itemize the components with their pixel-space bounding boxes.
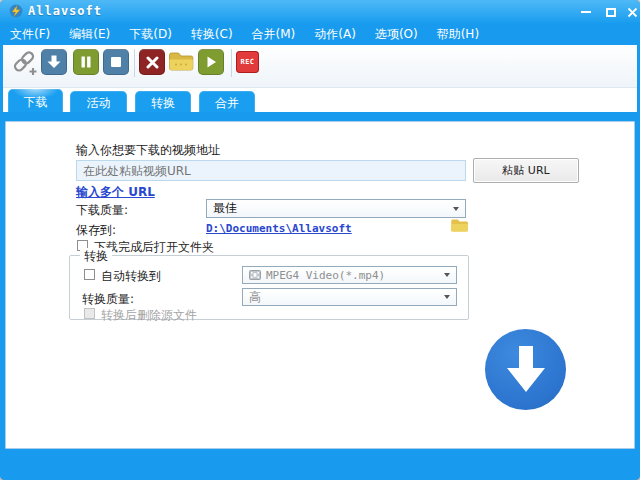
menu-help[interactable]: 帮助(H) (437, 26, 479, 43)
open-folder-checkbox-label: 下载完成后打开文件夹 (94, 239, 214, 256)
menu-options[interactable]: 选项(O) (375, 26, 418, 43)
menu-merge[interactable]: 合并(M) (252, 26, 296, 43)
pause-icon (79, 55, 93, 69)
stop-icon (109, 55, 123, 69)
download-quality-select[interactable]: 最佳 (206, 199, 466, 218)
convert-quality-select[interactable]: 高 (242, 288, 457, 306)
convert-quality-label: 转换质量: (82, 291, 134, 308)
maximize-icon[interactable] (603, 5, 619, 19)
url-input[interactable] (76, 160, 466, 181)
convert-format-value: MPEG4 Video(*.mp4) (266, 269, 385, 282)
delete-source-checkbox (84, 308, 95, 319)
tab-strip: 下载 活动 转换 合并 (3, 88, 637, 112)
url-entry-label: 输入你想要下载的视频地址 (76, 142, 220, 159)
chevron-down-icon (453, 207, 459, 211)
toolbar: REC (3, 45, 637, 88)
chain-link-icon[interactable] (10, 49, 38, 77)
convert-format-select[interactable]: MPEG4 Video(*.mp4) (242, 266, 457, 284)
convert-groupbox: 转换 自动转换到 MPEG4 Video(*.mp4) 转换质量: 高 转换后删 (69, 255, 469, 320)
save-path-link[interactable]: D:\Documents\Allavsoft (206, 222, 352, 235)
menu-download[interactable]: 下载(D) (129, 26, 172, 43)
delete-button[interactable] (139, 49, 165, 75)
stop-button[interactable] (103, 49, 129, 75)
paste-url-button[interactable]: 粘贴 URL (473, 158, 579, 183)
download-quality-value: 最佳 (213, 200, 237, 217)
play-button[interactable] (198, 49, 224, 75)
tab-label: 转换 (151, 95, 175, 112)
big-download-icon (485, 329, 566, 410)
auto-convert-checkbox[interactable] (84, 269, 95, 280)
window-title: Allavsoft (28, 4, 102, 18)
convert-group-title: 转换 (80, 248, 112, 265)
menu-action[interactable]: 动作(A) (314, 26, 356, 43)
minimize-icon[interactable] (578, 5, 594, 19)
rec-badge: REC (241, 58, 255, 66)
browse-folder-icon[interactable] (450, 218, 469, 233)
multiple-url-link[interactable]: 输入多个 URL (76, 184, 155, 201)
titlebar: Allavsoft (0, 0, 640, 23)
menu-file[interactable]: 文件(F) (10, 26, 50, 43)
menu-convert[interactable]: 转换(C) (191, 26, 233, 43)
save-to-label: 保存到: (76, 222, 116, 239)
chevron-down-icon (444, 295, 450, 299)
toolbar-separator (231, 49, 232, 77)
download-button[interactable] (41, 49, 67, 75)
menu-bar: 文件(F) 编辑(E) 下载(D) 转换(C) 合并(M) 动作(A) 选项(O… (0, 23, 640, 45)
video-file-icon (249, 270, 261, 280)
menu-edit[interactable]: 编辑(E) (69, 26, 110, 43)
status-bar (0, 449, 640, 480)
folder-icon[interactable] (168, 51, 194, 72)
pause-button[interactable] (73, 49, 99, 75)
auto-convert-label: 自动转换到 (101, 268, 161, 285)
download-tab-content: 输入你想要下载的视频地址 粘贴 URL 输入多个 URL 下载质量: 最佳 保存… (5, 121, 635, 449)
tab-label: 合并 (215, 95, 239, 112)
play-icon (204, 55, 218, 69)
convert-quality-value: 高 (249, 289, 261, 306)
app-logo-icon (9, 4, 23, 18)
app-window: Allavsoft 文件(F) 编辑(E) 下载(D) 转换(C) 合并(M) … (0, 0, 640, 480)
tab-label: 下载 (24, 94, 48, 111)
record-button[interactable]: REC (236, 51, 259, 73)
toolbar-separator (134, 49, 135, 77)
download-quality-label: 下载质量: (76, 202, 128, 219)
x-icon (146, 56, 159, 69)
chevron-down-icon (444, 273, 450, 277)
toolbar-panel: REC 下载 活动 转换 合并 (3, 45, 637, 112)
tab-label: 活动 (87, 95, 111, 112)
close-icon[interactable] (624, 5, 640, 19)
paste-url-label: 粘贴 URL (502, 163, 549, 178)
down-arrow-icon (45, 53, 63, 71)
delete-source-label: 转换后删除源文件 (101, 307, 197, 324)
